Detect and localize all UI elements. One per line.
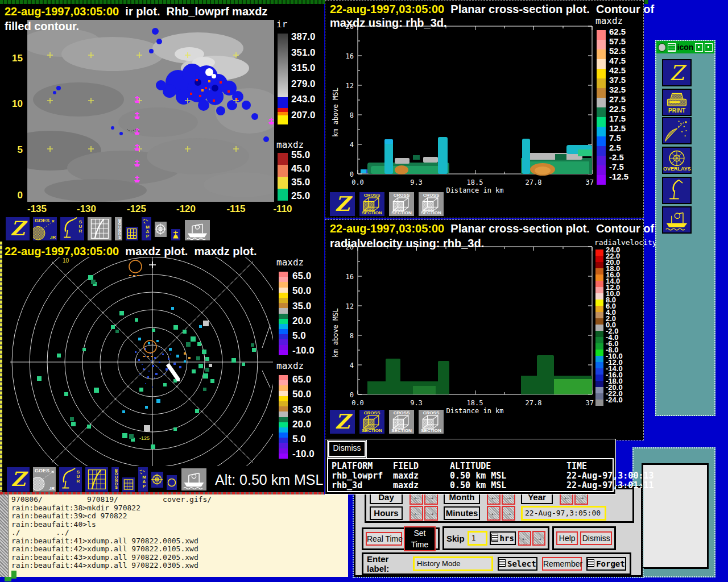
colorbar-segment — [279, 411, 288, 417]
zebra-logo-button[interactable]: Z — [329, 191, 356, 217]
colorbar-segment — [279, 443, 288, 448]
colorbar-segment — [279, 298, 288, 303]
colorbar-tick: 243.0 — [291, 92, 316, 107]
cross-section-button[interactable]: CROSS SECTION — [388, 409, 415, 435]
colorbar-tick: 62.5 — [609, 27, 628, 36]
section-label: SECTION — [359, 428, 384, 433]
colorbar-segment — [597, 156, 606, 165]
colorbar-segment — [597, 175, 606, 185]
colorbar-segment — [597, 107, 606, 117]
cross-section-button[interactable]: CROSS SECTION — [388, 191, 415, 217]
cross-section-button-active[interactable]: CROSS SECTION — [358, 409, 386, 435]
skip-field[interactable]: 1 — [468, 531, 487, 546]
satellite-dish-button[interactable] — [662, 117, 692, 144]
ship-button[interactable] — [662, 206, 692, 234]
xs-maxdz-plot[interactable]: 0 4 8 12 16 20 0.0 9.3 18.5 27.8 37 Dist… — [328, 23, 595, 194]
window-maximize-icon[interactable] — [695, 43, 703, 52]
skip-forward-button[interactable]: → — [532, 531, 545, 546]
map-button[interactable]: MAP — [137, 466, 149, 493]
colorbar-tick: 20.0 — [292, 417, 315, 432]
colorbar-tick: -10.0 — [292, 343, 315, 358]
title-text: ir plot. Rhb_lowprf maxdz — [119, 5, 267, 18]
maxdz-contours — [361, 137, 592, 176]
colorbar-tick: 32.5 — [609, 85, 628, 94]
colorbar-segment — [279, 391, 288, 396]
time-control-window: Day ← → Month ← → Year ← → Hours ← → Min… — [354, 486, 643, 577]
map-button[interactable]: MAP — [140, 216, 152, 242]
real-time-button[interactable]: Real Time — [366, 532, 402, 546]
table-header-row: PLATFORM FIELD ALTITUDE TIME — [328, 462, 613, 471]
section-label: SECTION — [419, 428, 444, 433]
window-iconify-icon[interactable] — [668, 43, 676, 52]
colorbar-segment — [595, 287, 603, 293]
skewt-grid-button[interactable] — [84, 466, 109, 493]
sur-radar-button[interactable]: SUR — [58, 466, 83, 493]
icon-window-titlebar[interactable]: icon — [656, 41, 714, 53]
overlays-button[interactable]: OVERLAYS — [662, 147, 692, 174]
set-time-button[interactable]: Set Time — [404, 526, 436, 551]
cross-section-button[interactable]: CROSS SECTION — [417, 409, 445, 435]
colorbar-tick: 47.5 — [609, 56, 628, 65]
colorbar-tick: -7.5 — [609, 162, 628, 172]
cross-section-button-active[interactable]: CROSS SECTION — [358, 191, 386, 217]
skewt-grid-button[interactable] — [86, 216, 113, 242]
remember-button[interactable]: Remember — [542, 557, 582, 571]
bounds-button[interactable]: BOUNDS — [114, 216, 123, 242]
colorbar-tick: 387.0 — [291, 29, 316, 45]
goes-ir-button[interactable]: GOES .IR — [32, 216, 58, 242]
hours-button[interactable]: Hours — [370, 506, 403, 520]
colorbar-segment — [595, 250, 603, 256]
forget-menu[interactable]: Forget — [586, 557, 626, 571]
table-row: rhb_3dmaxdz0.50 km MSL22-Aug-97,3:01:11 — [328, 481, 613, 490]
ship-wheel-button[interactable] — [150, 471, 164, 489]
xterm-window[interactable]: 970806/ 970819/ cover.gifs/rain:beaufait… — [0, 494, 348, 577]
ppi-radar-display[interactable]: -125 — [3, 257, 273, 466]
circle-button[interactable] — [166, 474, 178, 491]
print-button[interactable]: PRINT — [662, 89, 692, 116]
minutes-increment-button[interactable]: → — [502, 506, 515, 521]
help-button[interactable]: Help — [556, 531, 578, 545]
ship-button[interactable] — [184, 219, 211, 242]
label-field[interactable]: History Mode — [413, 556, 493, 571]
skip-back-button[interactable]: ← — [518, 531, 531, 546]
buoy-button[interactable] — [170, 228, 181, 242]
colorbar-segment — [595, 387, 603, 393]
zebra-logo-button[interactable]: Z — [662, 59, 692, 86]
dismiss-button[interactable]: Dismiss — [328, 441, 366, 457]
skip-units-menu[interactable]: hrs — [490, 531, 516, 545]
svg-text:km above MSL: km above MSL — [332, 308, 340, 357]
svg-text:Z: Z — [335, 192, 353, 215]
window-menu-icon[interactable] — [658, 43, 666, 52]
window-resize-icon[interactable] — [705, 43, 713, 52]
minutes-decrement-button[interactable]: ← — [487, 506, 500, 521]
colorbar-segment — [279, 454, 288, 459]
hours-increment-button[interactable]: → — [424, 506, 438, 521]
svg-text:16: 16 — [346, 52, 354, 60]
cross-section-button[interactable]: CROSS SECTION — [417, 191, 445, 217]
xs-rv-plot[interactable]: 0 4 8 12 16 20 0.0 9.3 18.5 27.8 37 Dist… — [328, 244, 595, 414]
zebra-logo-button[interactable]: Z — [5, 216, 31, 242]
terminal-scrollbar[interactable] — [0, 494, 9, 577]
select-menu[interactable]: Select — [498, 557, 537, 571]
ir-x-tick: -130 — [69, 203, 104, 215]
cross-section-maxdz-window: 22-aug-1997,03:05:00 Planar cross-sectio… — [325, 0, 644, 218]
ship-wheel-button[interactable] — [154, 221, 168, 238]
minutes-button[interactable]: Minutes — [444, 506, 480, 520]
radar-antenna-button[interactable] — [662, 177, 692, 204]
time-field[interactable]: 22-Aug-97,3:05:00 — [521, 506, 606, 521]
colorbar-segment — [279, 319, 288, 324]
grid-button[interactable] — [125, 226, 139, 242]
goes-ir-button[interactable]: GOES .IR — [32, 466, 57, 493]
ship-button[interactable] — [180, 467, 208, 492]
svg-text:0.0: 0.0 — [351, 178, 364, 186]
zebra-logo-button[interactable]: Z — [329, 409, 356, 435]
dismiss-button[interactable]: Dismiss — [580, 531, 612, 545]
zebra-logo-button[interactable]: Z — [6, 466, 31, 493]
colorbar-tick: 12.5 — [609, 123, 628, 133]
bounds-button[interactable]: BOUNDS — [110, 466, 120, 493]
grid-button[interactable] — [121, 476, 136, 493]
ir-satellite-image[interactable] — [27, 20, 274, 202]
colorbar-segment — [597, 78, 606, 88]
sur-radar-button[interactable]: SUR — [59, 216, 85, 242]
hours-decrement-button[interactable]: ← — [410, 506, 423, 521]
